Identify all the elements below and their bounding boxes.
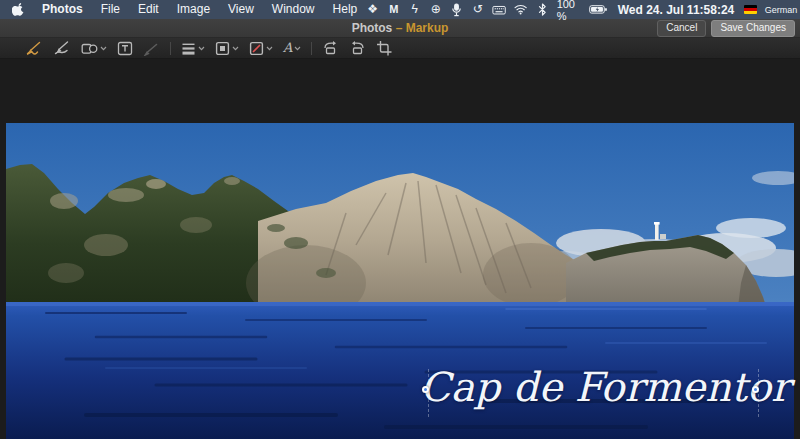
- menu-window[interactable]: Window: [263, 0, 324, 19]
- chevron-down-icon: [266, 46, 273, 51]
- bluetooth-icon[interactable]: [536, 0, 549, 19]
- photo-caption-annotation[interactable]: Cap de Formentor: [420, 364, 776, 410]
- window-title-mode: Markup: [406, 21, 449, 35]
- window-title-app: Photos: [352, 21, 393, 35]
- text-style-icon: A: [283, 40, 292, 56]
- sketch-tool-button[interactable]: [20, 38, 48, 59]
- window-title-separator: –: [396, 21, 403, 35]
- text-selection-handle-right[interactable]: [752, 386, 759, 393]
- border-color-button[interactable]: [210, 38, 244, 59]
- chevron-down-icon: [232, 46, 239, 51]
- rotate-left-icon: [322, 40, 339, 56]
- menu-bar: Photos File Edit Image View Window Help …: [0, 0, 800, 19]
- chevron-down-icon: [100, 46, 107, 51]
- text-tool-icon: [117, 41, 133, 56]
- menu-bar-clock[interactable]: Wed 24. Jul 11:58:24: [616, 3, 737, 17]
- text-selection-handle-left[interactable]: [422, 386, 429, 393]
- rotate-left-button[interactable]: [317, 38, 344, 59]
- sign-tool-icon: [143, 41, 160, 56]
- draw-tool-icon: [53, 40, 71, 56]
- battery-percentage[interactable]: 100 %: [557, 0, 585, 22]
- chevron-down-icon: [198, 46, 205, 51]
- mail-icon[interactable]: M: [387, 0, 400, 19]
- toolbar-separator: [311, 42, 312, 55]
- cancel-button[interactable]: Cancel: [657, 20, 706, 37]
- menu-view[interactable]: View: [219, 0, 263, 19]
- rotate-right-button[interactable]: [344, 38, 371, 59]
- menu-help[interactable]: Help: [324, 0, 367, 19]
- microphone-icon[interactable]: [450, 0, 463, 19]
- text-style-button[interactable]: A: [278, 38, 306, 59]
- apple-menu-icon[interactable]: [12, 3, 25, 16]
- border-color-icon: [215, 41, 230, 56]
- fill-color-icon: [249, 41, 264, 56]
- fill-color-button[interactable]: [244, 38, 278, 59]
- line-weight-icon: [181, 41, 196, 56]
- input-source-label[interactable]: German: [765, 5, 798, 15]
- sign-tool-button[interactable]: [138, 38, 165, 59]
- menu-image[interactable]: Image: [168, 0, 219, 19]
- crop-tool-button[interactable]: [371, 38, 397, 59]
- window-title-bar: Photos – Markup Cancel Save Changes: [0, 19, 800, 38]
- text-tool-button[interactable]: [112, 38, 138, 59]
- battery-icon[interactable]: [589, 0, 608, 19]
- menu-photos[interactable]: Photos: [33, 0, 92, 19]
- wifi-icon[interactable]: [514, 0, 527, 19]
- save-changes-button[interactable]: Save Changes: [711, 20, 795, 37]
- input-source-flag-icon[interactable]: [744, 5, 756, 14]
- draw-tool-button[interactable]: [48, 38, 76, 59]
- shapes-tool-button[interactable]: [76, 38, 112, 59]
- rotate-right-icon: [349, 40, 366, 56]
- menu-file[interactable]: File: [92, 0, 129, 19]
- title-bar-actions: Cancel Save Changes: [657, 20, 800, 37]
- flux-bolt-icon[interactable]: ϟ: [408, 0, 421, 19]
- menu-bar-status-area: ❖ M ϟ ⊕ ↺ 100 % Wed 24. Jul 11:58:24 Ger…: [366, 0, 800, 22]
- dropbox-icon[interactable]: ❖: [366, 0, 379, 19]
- menu-edit[interactable]: Edit: [129, 0, 168, 19]
- markup-photo-canvas[interactable]: Cap de Formentor: [6, 123, 794, 439]
- toolbar-separator: [170, 42, 171, 55]
- crop-icon: [376, 40, 392, 56]
- line-weight-button[interactable]: [176, 38, 210, 59]
- time-machine-icon[interactable]: ↺: [471, 0, 484, 19]
- chevron-down-icon: [294, 46, 301, 51]
- sync-icon[interactable]: ⊕: [429, 0, 442, 19]
- keyboard-icon[interactable]: [492, 0, 506, 19]
- sketch-tool-icon: [25, 40, 43, 56]
- shapes-tool-icon: [81, 41, 98, 56]
- markup-toolbar: A: [0, 38, 800, 59]
